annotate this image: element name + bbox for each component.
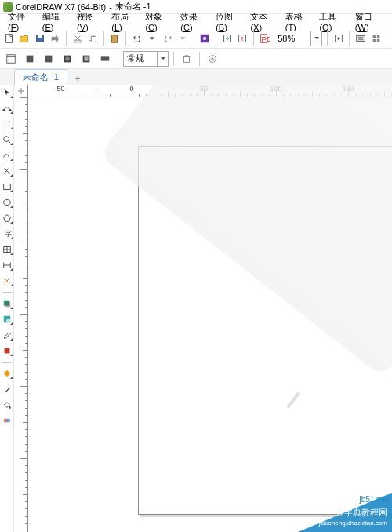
- new-button[interactable]: [3, 31, 16, 46]
- svg-rect-0: [5, 34, 12, 42]
- prop-btn-5[interactable]: [97, 51, 113, 67]
- svg-rect-4: [53, 35, 57, 37]
- svg-rect-21: [376, 35, 379, 38]
- svg-rect-11: [114, 34, 117, 35]
- menu-视图[interactable]: 视图(V): [74, 10, 107, 33]
- interactive-fill-tool[interactable]: [1, 344, 13, 357]
- publish-pdf-button[interactable]: PDF: [259, 31, 271, 46]
- prop-crop-icon[interactable]: [3, 51, 19, 67]
- svg-point-48: [6, 418, 10, 422]
- transparency-tool[interactable]: [1, 313, 13, 326]
- menu-文本[interactable]: 文本(X): [247, 10, 280, 33]
- delete-preset-button[interactable]: [179, 51, 194, 67]
- separator: [173, 52, 174, 66]
- menu-对象[interactable]: 对象(C): [142, 10, 176, 33]
- dimension-tool[interactable]: [1, 259, 13, 271]
- separator: [118, 52, 118, 66]
- paste-button[interactable]: [109, 31, 122, 46]
- redo-dropdown[interactable]: [176, 31, 189, 46]
- svg-rect-31: [101, 56, 110, 60]
- copy-button[interactable]: [86, 31, 99, 46]
- preset-combo-arrow[interactable]: [157, 52, 168, 66]
- menu-窗口[interactable]: 窗口(W): [352, 10, 387, 33]
- ruler-origin[interactable]: [14, 85, 28, 97]
- svg-point-18: [337, 37, 340, 40]
- drop-shadow-tool[interactable]: [1, 297, 13, 310]
- menu-布局[interactable]: 布局(L): [108, 10, 140, 33]
- crop-tool[interactable]: [1, 118, 13, 130]
- open-button[interactable]: [19, 31, 31, 46]
- print-button[interactable]: [49, 31, 62, 46]
- ruler-vertical[interactable]: [14, 97, 28, 532]
- cut-button[interactable]: [71, 31, 84, 46]
- import-button[interactable]: [221, 31, 234, 46]
- polygon-tool[interactable]: [1, 212, 13, 224]
- color-eyedropper-tool[interactable]: [1, 329, 13, 341]
- menu-编辑[interactable]: 编辑(E): [39, 10, 72, 33]
- watermark-text: 查字典教程网 jiaocheng.chazidian.com: [318, 507, 387, 529]
- rectangle-tool[interactable]: [1, 180, 13, 193]
- menu-表格[interactable]: 表格(T): [282, 10, 315, 33]
- snap-button[interactable]: [332, 31, 345, 46]
- svg-rect-42: [5, 301, 10, 307]
- shape-tool[interactable]: [1, 102, 13, 115]
- svg-rect-10: [112, 35, 118, 42]
- watermark-line2: jiaocheng.chazidian.com: [318, 518, 387, 529]
- svg-text:字: 字: [4, 229, 11, 238]
- export-button[interactable]: [236, 31, 249, 46]
- undo-dropdown[interactable]: [146, 31, 158, 46]
- separator: [199, 52, 200, 66]
- separator: [387, 31, 387, 46]
- separator: [253, 31, 254, 46]
- preset-combo[interactable]: 常规: [123, 51, 169, 67]
- zoom-level-combo[interactable]: [274, 31, 322, 46]
- search-content-button[interactable]: [199, 31, 212, 46]
- menu-效果[interactable]: 效果(C): [177, 10, 211, 33]
- pick-tool[interactable]: [1, 86, 13, 99]
- zoom-dropdown-arrow[interactable]: [310, 31, 321, 46]
- toolbox: 字: [0, 85, 14, 532]
- menu-工具[interactable]: 工具(O): [316, 10, 350, 33]
- save-button[interactable]: [34, 31, 46, 46]
- svg-point-36: [3, 137, 9, 142]
- svg-rect-25: [27, 55, 34, 62]
- prop-btn-2[interactable]: [41, 51, 56, 67]
- property-bar: 常规: [0, 49, 392, 69]
- smart-fill-tool[interactable]: [1, 367, 13, 380]
- zoom-input[interactable]: [274, 31, 310, 46]
- prop-btn-3[interactable]: [60, 51, 75, 67]
- redo-button[interactable]: [162, 31, 174, 46]
- separator: [125, 31, 126, 46]
- add-preset-button[interactable]: [205, 51, 220, 67]
- svg-text:PDF: PDF: [262, 34, 270, 42]
- undo-button[interactable]: [131, 31, 143, 46]
- svg-point-46: [9, 406, 11, 409]
- connector-tool[interactable]: [1, 275, 13, 287]
- freehand-tool[interactable]: [1, 149, 13, 162]
- tab-document-1[interactable]: 未命名 -1: [14, 69, 67, 85]
- canvas-area[interactable]: -50050100150200: [14, 85, 392, 532]
- tab-add-button[interactable]: +: [71, 72, 85, 85]
- svg-rect-5: [53, 39, 57, 42]
- separator: [66, 31, 67, 46]
- svg-point-35: [9, 109, 12, 111]
- menu-文件[interactable]: 文件(F): [5, 10, 38, 33]
- table-tool[interactable]: [1, 243, 13, 256]
- menu-位图[interactable]: 位图(B): [212, 10, 245, 33]
- svg-rect-23: [376, 38, 379, 42]
- options-button[interactable]: [354, 31, 367, 46]
- prop-btn-1[interactable]: [22, 51, 38, 67]
- menu-bar: 文件(F)编辑(E)视图(V)布局(L)对象(C)效果(C)位图(B)文本(X)…: [0, 14, 392, 28]
- zoom-tool[interactable]: [1, 133, 13, 146]
- artistic-media-tool[interactable]: [1, 165, 13, 177]
- app-launcher-button[interactable]: [370, 31, 383, 46]
- outline-pen-tool[interactable]: [1, 383, 13, 395]
- prop-btn-4[interactable]: [78, 51, 94, 67]
- blend-tool[interactable]: [1, 414, 13, 427]
- svg-rect-9: [91, 36, 96, 42]
- text-tool[interactable]: 字: [1, 228, 13, 240]
- ellipse-tool[interactable]: [1, 196, 13, 209]
- separator: [194, 31, 194, 46]
- svg-rect-37: [3, 184, 10, 190]
- fill-tool[interactable]: [1, 399, 13, 411]
